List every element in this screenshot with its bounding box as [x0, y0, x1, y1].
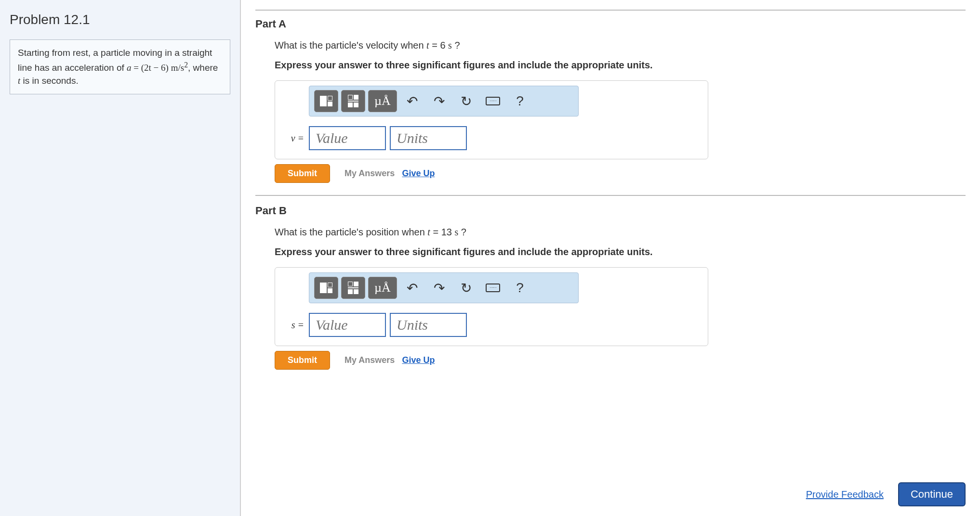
units-input[interactable] — [390, 126, 467, 150]
help-button[interactable]: ? — [508, 90, 532, 112]
my-answers-link[interactable]: My Answers — [344, 355, 395, 365]
redo-button[interactable]: ↷ — [427, 277, 451, 299]
keyboard-button[interactable] — [481, 277, 505, 299]
part-b-actions: Submit My Answers Give Up — [275, 351, 966, 370]
problem-sidebar: Problem 12.1 Starting from rest, a parti… — [0, 0, 241, 516]
part-b-input-row: s = — [280, 313, 703, 337]
statement-end: is in seconds. — [20, 76, 78, 86]
reset-button[interactable]: ↻ — [454, 277, 478, 299]
fraction-icon — [348, 95, 358, 107]
equation-units-exp: 2 — [184, 61, 188, 69]
fraction-icon — [348, 282, 358, 294]
provide-feedback-link[interactable]: Provide Feedback — [806, 489, 884, 500]
equation-rhs: (2t − 6) — [141, 63, 169, 73]
template-button[interactable] — [314, 90, 338, 112]
submit-button[interactable]: Submit — [275, 164, 330, 183]
toolbar: µÅ ↶ ↷ ↻ ? — [309, 86, 579, 116]
part-a-var-label: v = — [280, 133, 304, 144]
reset-icon: ↻ — [461, 280, 472, 296]
redo-button[interactable]: ↷ — [427, 90, 451, 112]
fraction-button[interactable] — [341, 277, 365, 299]
keyboard-button[interactable] — [481, 90, 505, 112]
help-button[interactable]: ? — [508, 277, 532, 299]
undo-button[interactable]: ↶ — [400, 90, 424, 112]
undo-icon: ↶ — [407, 93, 418, 109]
part-b-var-label: s = — [280, 320, 304, 331]
part-a-answer-block: µÅ ↶ ↷ ↻ ? v = — [275, 80, 708, 159]
fraction-button[interactable] — [341, 90, 365, 112]
keyboard-icon — [486, 284, 500, 292]
problem-statement: Starting from rest, a particle moving in… — [10, 39, 230, 94]
my-answers-link[interactable]: My Answers — [344, 168, 395, 178]
footer: Provide Feedback Continue — [255, 473, 966, 506]
mu-angstrom-icon: µÅ — [374, 94, 391, 108]
give-up-link[interactable]: Give Up — [402, 168, 435, 178]
undo-button[interactable]: ↶ — [400, 277, 424, 299]
value-input[interactable] — [309, 313, 386, 337]
part-b-answer-block: µÅ ↶ ↷ ↻ ? s = — [275, 267, 708, 346]
problem-title: Problem 12.1 — [10, 12, 230, 27]
help-icon: ? — [516, 280, 524, 296]
equation-lhs: a — [127, 63, 132, 73]
toolbar: µÅ ↶ ↷ ↻ ? — [309, 272, 579, 303]
special-chars-button[interactable]: µÅ — [368, 90, 397, 112]
part-a-instruction: Express your answer to three significant… — [275, 60, 966, 71]
template-icon — [320, 96, 332, 106]
part-b-question: What is the particle's position when t =… — [275, 227, 966, 238]
divider — [255, 195, 966, 196]
mu-angstrom-icon: µÅ — [374, 281, 391, 295]
value-input[interactable] — [309, 126, 386, 150]
reset-button[interactable]: ↻ — [454, 90, 478, 112]
reset-icon: ↻ — [461, 93, 472, 109]
submit-button[interactable]: Submit — [275, 351, 330, 370]
redo-icon: ↷ — [434, 93, 445, 109]
give-up-link[interactable]: Give Up — [402, 355, 435, 365]
redo-icon: ↷ — [434, 280, 445, 296]
units-input[interactable] — [390, 313, 467, 337]
divider — [255, 10, 966, 11]
part-a-actions: Submit My Answers Give Up — [275, 164, 966, 183]
part-b-instruction: Express your answer to three significant… — [275, 246, 966, 258]
part-b-heading: Part B — [255, 205, 966, 217]
statement-suffix: , where — [188, 63, 218, 73]
answer-panel: Part A What is the particle's velocity w… — [241, 0, 980, 516]
help-icon: ? — [516, 93, 524, 109]
template-icon — [320, 283, 332, 293]
part-a-question: What is the particle's velocity when t =… — [275, 40, 966, 51]
undo-icon: ↶ — [407, 280, 418, 296]
special-chars-button[interactable]: µÅ — [368, 277, 397, 299]
continue-button[interactable]: Continue — [898, 482, 966, 506]
keyboard-icon — [486, 97, 500, 105]
equation-units: m/s — [171, 63, 184, 73]
part-a-heading: Part A — [255, 18, 966, 30]
part-a-input-row: v = — [280, 126, 703, 150]
template-button[interactable] — [314, 277, 338, 299]
